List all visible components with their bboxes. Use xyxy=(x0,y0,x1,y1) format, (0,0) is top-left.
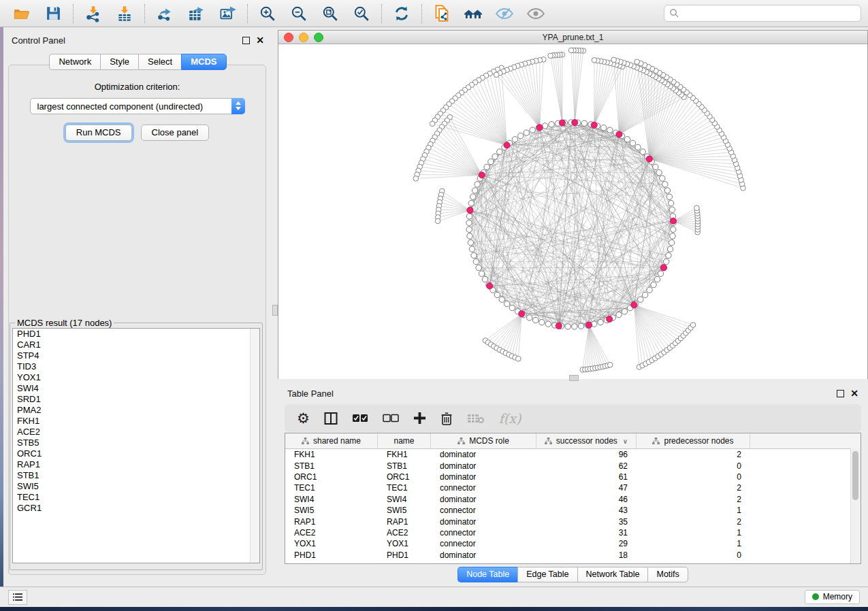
cell-successors[interactable]: 61 xyxy=(536,472,637,482)
vertical-splitter[interactable] xyxy=(272,27,278,587)
cell-name[interactable]: PHD1 xyxy=(378,550,431,560)
function-builder-button[interactable]: f(x) xyxy=(499,411,521,426)
cell-predecessors[interactable]: 1 xyxy=(637,528,750,538)
table-row[interactable]: TEC1TEC1connector472 xyxy=(285,482,861,493)
float-panel-icon[interactable] xyxy=(242,37,250,44)
first-neighbors-button[interactable] xyxy=(458,3,488,24)
cell-successors[interactable]: 29 xyxy=(536,539,637,548)
deselect-all-button[interactable] xyxy=(383,414,399,423)
table-row[interactable]: PHD1PHD1dominator180 xyxy=(285,550,861,561)
cell-shared-name[interactable]: ACE2 xyxy=(285,528,378,538)
mcds-result-item[interactable]: STB1 xyxy=(13,470,259,481)
cell-predecessors[interactable]: 1 xyxy=(637,539,750,548)
memory-button[interactable]: Memory xyxy=(805,590,860,604)
column-header-shared-name[interactable]: shared name xyxy=(285,433,378,448)
mcds-result-item[interactable]: CAR1 xyxy=(13,340,259,350)
cell-name[interactable]: TEC1 xyxy=(378,483,431,493)
table-row[interactable]: FKH1FKH1dominator962 xyxy=(285,449,861,460)
column-header-role[interactable]: MCDS role xyxy=(431,433,536,448)
tab-select[interactable]: Select xyxy=(138,54,181,70)
hide-selected-button[interactable] xyxy=(489,3,519,24)
import-network-button[interactable] xyxy=(78,3,108,24)
cell-name[interactable]: SWI5 xyxy=(378,506,431,515)
cell-shared-name[interactable]: STB1 xyxy=(285,461,378,471)
tab-mcds[interactable]: MCDS xyxy=(181,54,226,70)
cell-shared-name[interactable]: RAP1 xyxy=(285,517,378,527)
cell-predecessors[interactable]: 2 xyxy=(637,517,750,527)
cell-role[interactable]: dominator xyxy=(431,461,536,471)
refresh-button[interactable] xyxy=(387,3,417,24)
tab-motifs[interactable]: Motifs xyxy=(647,567,688,582)
cell-name[interactable]: YOX1 xyxy=(378,539,431,548)
cell-predecessors[interactable]: 2 xyxy=(637,495,750,504)
mcds-result-item[interactable]: PHD1 xyxy=(13,329,259,340)
mcds-result-item[interactable]: PMA2 xyxy=(13,405,259,416)
horizontal-splitter-grip[interactable] xyxy=(569,375,579,381)
cell-shared-name[interactable]: ORC1 xyxy=(285,472,378,482)
run-mcds-button[interactable]: Run MCDS xyxy=(65,125,132,141)
export-table-button[interactable] xyxy=(181,3,211,24)
cell-role[interactable]: connector xyxy=(431,539,536,548)
zoom-fit-button[interactable] xyxy=(315,3,345,24)
table-row[interactable]: SWI4SWI4dominator462 xyxy=(285,494,861,505)
tab-node-table[interactable]: Node Table xyxy=(457,567,517,582)
column-header-predecessors[interactable]: predecessor nodes xyxy=(637,433,750,448)
delete-table-button[interactable] xyxy=(467,413,485,424)
table-row[interactable]: RAP1RAP1dominator352 xyxy=(285,516,861,527)
mcds-result-list[interactable]: PHD1CAR1STP4TID3YOX1SWI4SRD1PMA2FKH1ACE2… xyxy=(12,328,260,563)
cell-shared-name[interactable]: FKH1 xyxy=(285,450,378,459)
cell-name[interactable]: ACE2 xyxy=(378,528,431,538)
cell-successors[interactable]: 96 xyxy=(536,450,637,459)
mcds-result-item[interactable]: RAP1 xyxy=(13,459,259,470)
cell-name[interactable]: STB1 xyxy=(378,461,431,471)
mcds-result-item[interactable]: TEC1 xyxy=(13,492,259,503)
cell-predecessors[interactable]: 1 xyxy=(637,506,750,515)
cell-shared-name[interactable]: YOX1 xyxy=(285,539,378,548)
table-scrollbar-thumb[interactable] xyxy=(852,451,858,500)
cell-successors[interactable]: 47 xyxy=(536,483,637,493)
cell-role[interactable]: connector xyxy=(431,506,536,515)
cell-predecessors[interactable]: 0 xyxy=(637,550,750,560)
cell-successors[interactable]: 35 xyxy=(536,517,637,527)
network-window-titlebar[interactable]: YPA_prune.txt_1 xyxy=(278,31,867,44)
mcds-result-item[interactable]: SWI4 xyxy=(13,383,259,394)
cell-role[interactable]: dominator xyxy=(431,550,536,560)
network-canvas[interactable] xyxy=(278,44,867,379)
cell-successors[interactable]: 31 xyxy=(536,528,637,538)
mcds-result-item[interactable]: YOX1 xyxy=(13,372,259,383)
zoom-out-button[interactable] xyxy=(284,3,314,24)
cell-shared-name[interactable]: TEC1 xyxy=(285,483,378,493)
tab-edge-table[interactable]: Edge Table xyxy=(517,567,577,582)
cell-shared-name[interactable]: PHD1 xyxy=(285,550,378,560)
mcds-result-item[interactable]: ORC1 xyxy=(13,448,259,459)
column-header-successors[interactable]: successor nodes∨ xyxy=(536,433,637,448)
optimization-select[interactable]: largest connected component (undirected) xyxy=(30,98,245,114)
cell-role[interactable]: dominator xyxy=(431,472,536,482)
cell-successors[interactable]: 46 xyxy=(536,495,637,504)
close-panel-icon[interactable]: ✕ xyxy=(256,37,264,44)
table-settings-button[interactable]: ⚙ xyxy=(297,412,310,425)
tab-network[interactable]: Network xyxy=(49,54,100,70)
cell-role[interactable]: dominator xyxy=(431,450,536,459)
delete-column-button[interactable] xyxy=(440,412,453,425)
cell-successors[interactable]: 43 xyxy=(536,506,637,515)
mcds-list-scrollbar[interactable] xyxy=(250,329,259,563)
table-scrollbar[interactable] xyxy=(850,448,861,563)
column-header-name[interactable]: name xyxy=(378,433,431,448)
save-session-button[interactable] xyxy=(38,3,68,24)
split-panel-button[interactable] xyxy=(324,412,338,425)
cell-role[interactable]: connector xyxy=(431,528,536,538)
cell-predecessors[interactable]: 0 xyxy=(637,472,750,482)
show-all-button[interactable] xyxy=(521,3,551,24)
cell-name[interactable]: ORC1 xyxy=(378,472,431,482)
cell-role[interactable]: connector xyxy=(431,483,536,493)
close-table-panel-icon[interactable]: ✕ xyxy=(850,390,858,397)
cell-predecessors[interactable]: 2 xyxy=(637,450,750,459)
cell-name[interactable]: SWI4 xyxy=(378,495,431,504)
close-panel-button[interactable]: Close panel xyxy=(141,125,210,141)
mcds-result-item[interactable]: STB5 xyxy=(13,437,259,448)
float-table-panel-icon[interactable] xyxy=(837,390,844,397)
zoom-in-button[interactable] xyxy=(253,3,283,24)
cell-successors[interactable]: 18 xyxy=(536,550,637,560)
select-all-button[interactable] xyxy=(352,414,368,423)
